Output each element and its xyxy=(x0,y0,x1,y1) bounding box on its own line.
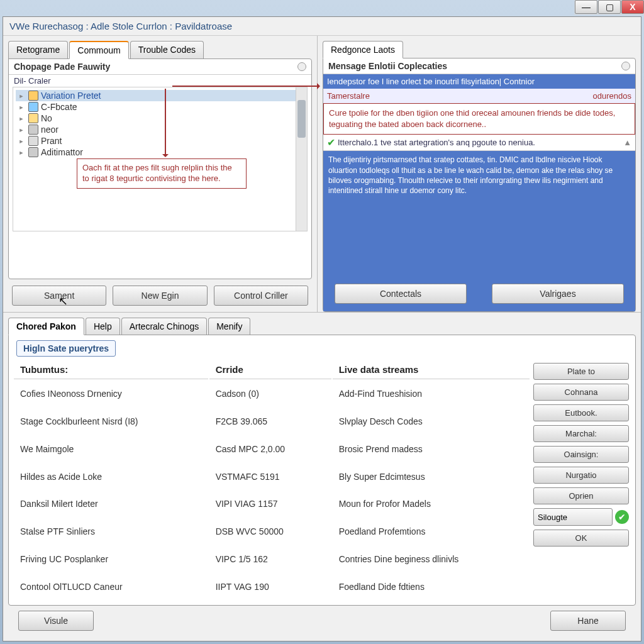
expand-icon[interactable]: ▸ xyxy=(17,113,26,123)
annotation-arrow-down xyxy=(165,89,166,155)
expand-icon[interactable]: ▸ xyxy=(17,136,26,146)
table-row[interactable]: Cofies INeonoss DrnenicyCadson (0)Add-Fi… xyxy=(14,380,530,407)
tree-item[interactable]: ▸neor xyxy=(16,124,304,135)
col-header: Crride xyxy=(209,360,331,379)
tab-trouble-codes[interactable]: Trouble Codes xyxy=(130,41,204,59)
oprien-button[interactable]: Oprien xyxy=(533,487,629,504)
table-cell: Moun for Profor Madels xyxy=(333,491,530,518)
col-header: Tubumtus: xyxy=(14,360,208,379)
table-row[interactable]: We MaimgoleCasd MPC 2,0.00Brosic Prend m… xyxy=(14,436,530,462)
tree-item[interactable]: ▸Prant xyxy=(16,135,304,147)
expand-icon[interactable]: ▸ xyxy=(17,147,26,157)
scrollbar-thumb[interactable] xyxy=(297,100,306,138)
right-tabs: Redgonce Laots xyxy=(323,41,636,58)
folder-icon xyxy=(28,91,38,101)
marchal-button[interactable]: Marchal: xyxy=(533,425,629,442)
table-cell: Cofies INeonoss Drnenicy xyxy=(14,380,208,407)
tree-item[interactable]: ▸No xyxy=(16,113,304,124)
folder-icon xyxy=(28,113,38,123)
right-panel-title: Mensage Enlotii Coplecaties xyxy=(328,61,447,71)
tab-chored-pakon[interactable]: Chored Pakon xyxy=(8,318,84,335)
table-cell: Bly Super Edcimtesus xyxy=(333,464,530,490)
ok-check-icon: ✔ xyxy=(615,510,629,524)
folder-icon xyxy=(28,136,38,146)
table-cell: Stalse PTF Sinliers xyxy=(14,518,208,545)
sub-header-row: Tamerstalre odurendos xyxy=(323,89,635,104)
blue-header-row[interactable]: Iendepstor foe I line orlect be inoutril… xyxy=(323,74,635,89)
tab-retograme[interactable]: Retograme xyxy=(8,41,68,59)
table-row[interactable]: Friving UC PosplankerVIPC 1/5 162Contrie… xyxy=(14,546,530,572)
tree-item[interactable]: ▸Aditimattor xyxy=(16,147,304,158)
close-button[interactable]: X xyxy=(621,0,644,14)
cohnana-button[interactable]: Cohnana xyxy=(533,384,629,401)
tab-help[interactable]: Help xyxy=(86,318,120,335)
check-status-row: ✔ Itterchalo.1 tve stat artegration's an… xyxy=(323,135,635,151)
nurgatio-button[interactable]: Nurgatio xyxy=(533,467,629,484)
footer: Visule Hane xyxy=(8,606,636,636)
col-header: Live data streams xyxy=(333,360,530,379)
expand-icon[interactable]: ▸ xyxy=(17,125,26,135)
hane-button[interactable]: Hane xyxy=(550,611,626,631)
side-button-column: Plate to Cohnana Eutbook. Marchal: Oains… xyxy=(531,359,631,601)
right-panel-header: Mensage Enlotii Coplecaties xyxy=(323,58,635,74)
tab-commoum[interactable]: Commoum xyxy=(69,41,128,59)
plate-to-button[interactable]: Plate to xyxy=(533,363,629,380)
table-cell: Danksil Milert Ideter xyxy=(14,491,208,518)
eutbook-button[interactable]: Eutbook. xyxy=(533,404,629,421)
table-cell: VIPC 1/5 162 xyxy=(209,546,331,572)
table-cell: Casd MPC 2,0.00 xyxy=(209,436,331,462)
data-table: Tubumtus: Crride Live data streams Cofie… xyxy=(13,359,531,601)
table-row[interactable]: Danksil Milert IdeterVIPI VIAG 1157Moun … xyxy=(14,491,530,518)
tree-scrollbar[interactable] xyxy=(296,87,307,231)
tree-item[interactable]: ▸C-Fbcate xyxy=(16,101,304,113)
combo-row: Silougte ✔ xyxy=(533,508,629,526)
oainsign-button[interactable]: Oainsign: xyxy=(533,446,629,463)
table-row[interactable]: Hildes as Acide LokeVSTMAFC 5191Bly Supe… xyxy=(14,464,530,490)
tree-item-label: Aditimattor xyxy=(41,147,83,157)
control-criller-button[interactable]: Control Criller xyxy=(214,286,308,306)
check-text: Itterchalo.1 tve stat artegration's anq … xyxy=(338,138,623,147)
table-cell: Cadson (0) xyxy=(209,380,331,407)
table-row[interactable]: Stage Cocklburleent Nisrd (I8)F2CB 39.06… xyxy=(14,408,530,435)
table-row[interactable]: Contool OlTLUCD CaneurIIPT VAG 190Foedla… xyxy=(14,574,530,600)
data-area: Tubumtus: Crride Live data streams Cofie… xyxy=(9,359,635,605)
tab-artecralc-chinogs[interactable]: Artecralc Chinogs xyxy=(121,318,208,335)
tree-item[interactable]: ▸Variation Pretet xyxy=(16,90,304,101)
minimize-button[interactable]: — xyxy=(575,0,597,14)
right-message-panel: Mensage Enlotii Coplecaties Iendepstor f… xyxy=(323,58,636,312)
panel-options-icon[interactable] xyxy=(297,62,306,71)
table-cell: F2CB 39.065 xyxy=(209,408,331,435)
valrigaes-button[interactable]: Valrigaes xyxy=(492,284,624,304)
tab-menify[interactable]: Menify xyxy=(208,318,250,335)
table-cell: Brosic Prend madess xyxy=(333,436,530,462)
table-cell: Stage Cocklburleent Nisrd (I8) xyxy=(14,408,208,435)
folder-icon xyxy=(28,102,38,112)
folder-icon xyxy=(28,125,38,135)
tree-item-label: C-Fbcate xyxy=(41,102,77,112)
left-tree-panel: Chopage Pade Fauwity Dil- Craler ▸Variat… xyxy=(8,58,312,279)
section-label: Higln Sate puerytres xyxy=(16,340,116,357)
table-cell: Friving UC Posplanker xyxy=(14,546,208,572)
expand-icon[interactable]: ▸ xyxy=(17,102,26,112)
tree-item-label: neor xyxy=(41,125,58,135)
up-icon[interactable]: ▲ xyxy=(623,138,631,147)
panel-options-icon[interactable] xyxy=(621,62,630,70)
annotation-arrow-right xyxy=(172,86,318,87)
maximize-button[interactable]: ▢ xyxy=(598,0,621,14)
table-cell: Slvplay Desch Codes xyxy=(333,408,530,435)
sub-header-right: odurendos xyxy=(593,91,631,101)
tree-item-label: Prant xyxy=(41,136,62,146)
ok-button[interactable]: OK xyxy=(533,530,629,547)
silougte-select[interactable]: Silougte xyxy=(533,508,613,526)
contectals-button[interactable]: Contectals xyxy=(335,284,467,304)
visule-button[interactable]: Visule xyxy=(18,611,94,631)
expand-icon[interactable]: ▸ xyxy=(17,91,26,101)
table-row[interactable]: Stalse PTF SinliersDSB WVC 50000Poedland… xyxy=(14,518,530,545)
tab-redgonce-laots[interactable]: Redgonce Laots xyxy=(323,41,403,58)
table-cell: VIPI VIAG 1157 xyxy=(209,491,331,518)
lower-tabs: Chored Pakon Help Artecralc Chinogs Meni… xyxy=(8,318,636,335)
new-egin-button[interactable]: New Egin xyxy=(113,286,207,306)
table-cell: VSTMAFC 5191 xyxy=(209,464,331,490)
right-button-row: Contectals Valrigaes xyxy=(323,276,635,311)
right-panel: Redgonce Laots Mensage Enlotii Coplecati… xyxy=(318,36,641,312)
